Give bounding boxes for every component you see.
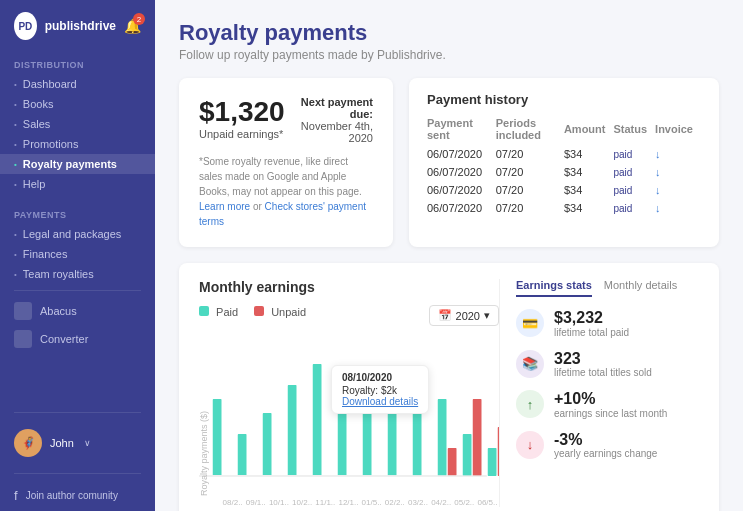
cell-invoice[interactable]: ↓	[655, 163, 701, 181]
payment-history-table: Payment sent Periods included Amount Sta…	[427, 117, 701, 217]
tab-monthly-details[interactable]: Monthly details	[604, 279, 677, 297]
svg-rect-21	[463, 434, 472, 476]
earnings-label: Unpaid earnings*	[199, 128, 285, 140]
svg-rect-18	[438, 399, 447, 476]
sidebar-user[interactable]: 🦸 John ∨	[0, 419, 155, 467]
sidebar-item-team-royalties[interactable]: • Team royalties	[0, 264, 155, 284]
svg-rect-0	[213, 399, 222, 476]
table-row: 06/07/2020 07/20 $34 paid ↓	[427, 181, 701, 199]
logo-text: publishdrive	[45, 19, 116, 33]
sidebar-item-sales[interactable]: • Sales	[0, 114, 155, 134]
cell-status: paid	[613, 163, 655, 181]
y-axis-label: Royalty payments ($)	[199, 336, 209, 496]
learn-more-link[interactable]: Learn more	[199, 201, 250, 212]
x-label: 05/2..	[453, 498, 476, 507]
page-subtitle: Follow up royalty payments made by Publi…	[179, 48, 719, 62]
x-label: 11/1..	[314, 498, 337, 507]
cell-period: 07/20	[496, 199, 564, 217]
bullet-royalty: •	[14, 160, 17, 169]
bullet-books: •	[14, 100, 17, 109]
legend-unpaid-item: Unpaid	[254, 306, 306, 318]
stat-content-earnings-month: +10% earnings since last month	[554, 390, 667, 419]
sidebar-bottom: 🦸 John ∨ f Join author comunity	[0, 406, 155, 511]
svg-rect-12	[363, 399, 372, 476]
year-value: 2020	[456, 310, 480, 322]
col-periods: Periods included	[496, 117, 564, 145]
stat-lifetime-titles: 📚 323 lifetime total titles sold	[516, 350, 699, 379]
stat-value-lifetime-titles: 323	[554, 350, 652, 368]
sidebar-item-label: Help	[23, 178, 46, 190]
logo-icon: PD	[14, 12, 37, 40]
cell-invoice[interactable]: ↓	[655, 199, 701, 217]
stat-icon-lifetime-titles: 📚	[516, 350, 544, 378]
sidebar-item-label: Sales	[23, 118, 51, 130]
payment-history-title: Payment history	[427, 92, 701, 107]
bullet-sales: •	[14, 120, 17, 129]
sidebar-item-abacus[interactable]: Abacus	[0, 297, 155, 325]
sidebar-item-promotions[interactable]: • Promotions	[0, 134, 155, 154]
cell-amount: $34	[564, 181, 614, 199]
cell-amount: $34	[564, 199, 614, 217]
x-label: 09/1..	[244, 498, 267, 507]
bell-badge: 2	[133, 13, 145, 25]
cell-invoice[interactable]: ↓	[655, 145, 701, 163]
x-label: 06/5..	[476, 498, 499, 507]
abacus-label: Abacus	[40, 305, 77, 317]
section-label-payments: Payments	[0, 202, 155, 224]
stat-value-yearly-change: -3%	[554, 431, 657, 449]
stat-icon-lifetime-paid: 💳	[516, 309, 544, 337]
sidebar-fb-link[interactable]: f Join author comunity	[0, 480, 155, 511]
cell-amount: $34	[564, 163, 614, 181]
x-axis-labels: 08/2..09/1..10/1..10/2..11/1..12/1..01/5…	[199, 498, 499, 507]
next-payment-date: November 4th, 2020	[285, 120, 373, 144]
cell-invoice[interactable]: ↓	[655, 181, 701, 199]
stat-desc-earnings-month: earnings since last month	[554, 408, 667, 419]
sidebar-item-label: Finances	[23, 248, 68, 260]
sidebar-item-label: Royalty payments	[23, 158, 117, 170]
cell-status: paid	[613, 199, 655, 217]
chevron-down-icon: ∨	[84, 438, 91, 448]
year-select[interactable]: 📅 2020 ▾	[429, 305, 499, 326]
col-status: Status	[613, 117, 655, 145]
x-label: 12/1..	[337, 498, 360, 507]
stats-container: 💳 $3,232 lifetime total paid 📚 323 lifet…	[516, 309, 699, 459]
converter-label: Converter	[40, 333, 88, 345]
main-content: Royalty payments Follow up royalty payme…	[155, 0, 743, 511]
sidebar-item-royalty-payments[interactable]: • Royalty payments	[0, 154, 155, 174]
monthly-card: Monthly earnings Paid Unpaid 📅 2020 ▾	[179, 263, 719, 511]
sidebar-item-label: Dashboard	[23, 78, 77, 90]
cell-period: 07/20	[496, 181, 564, 199]
calendar-icon: 📅	[438, 309, 452, 322]
cell-status: paid	[613, 181, 655, 199]
bullet-help: •	[14, 180, 17, 189]
sidebar-item-converter[interactable]: Converter	[0, 325, 155, 353]
sidebar-item-help[interactable]: • Help	[0, 174, 155, 194]
stat-yearly-change: ↓ -3% yearly earnings change	[516, 431, 699, 460]
sidebar-item-books[interactable]: • Books	[0, 94, 155, 114]
bell-wrap[interactable]: 🔔 2	[124, 17, 141, 35]
stat-desc-lifetime-titles: lifetime total titles sold	[554, 367, 652, 378]
x-label: 01/5..	[360, 498, 383, 507]
avatar: 🦸	[14, 429, 42, 457]
legend-row: Paid Unpaid 📅 2020 ▾	[199, 305, 499, 326]
sidebar-item-dashboard[interactable]: • Dashboard	[0, 74, 155, 94]
stats-tabs: Earnings stats Monthly details	[516, 279, 699, 297]
cell-sent: 06/07/2020	[427, 163, 496, 181]
bar-chart	[199, 336, 499, 496]
svg-rect-8	[313, 364, 322, 476]
table-row: 06/07/2020 07/20 $34 paid ↓	[427, 199, 701, 217]
svg-rect-25	[498, 427, 499, 476]
sidebar-logo: PD publishdrive 🔔 2	[0, 0, 155, 52]
sidebar-item-label: Books	[23, 98, 54, 110]
stat-icon-earnings-month: ↑	[516, 390, 544, 418]
sidebar-item-label: Legal and packages	[23, 228, 121, 240]
tab-earnings-stats[interactable]: Earnings stats	[516, 279, 592, 297]
earnings-stats: Earnings stats Monthly details 💳 $3,232 …	[499, 279, 699, 507]
page-title: Royalty payments	[179, 20, 719, 46]
bullet-legal: •	[14, 230, 17, 239]
monthly-title: Monthly earnings	[199, 279, 499, 295]
cell-amount: $34	[564, 145, 614, 163]
sidebar-item-finances[interactable]: • Finances	[0, 244, 155, 264]
sidebar-item-legal-packages[interactable]: • Legal and packages	[0, 224, 155, 244]
top-row: $1,320 Unpaid earnings* Next payment due…	[179, 78, 719, 247]
